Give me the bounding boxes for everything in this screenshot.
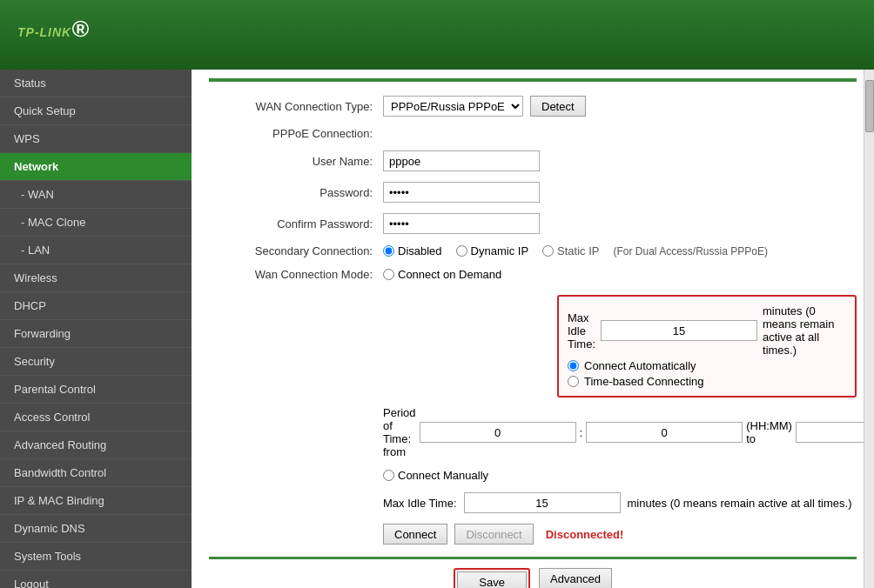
sidebar-item-status[interactable]: Status	[0, 70, 192, 97]
colon1: :	[580, 426, 583, 439]
max-idle-input2[interactable]	[464, 492, 621, 513]
content-area: WAN Connection Type: PPPoE/Russia PPPoE …	[192, 70, 874, 588]
connect-button[interactable]: Connect	[383, 524, 447, 545]
wan-connection-mode-label: Wan Connection Mode:	[209, 268, 383, 281]
period-of-time-row: Period of Time: from : (HH:MM) to : (HH:…	[209, 406, 857, 458]
disabled-option[interactable]: Disabled	[383, 244, 442, 257]
sidebar-item-access-control[interactable]: Access Control	[0, 404, 192, 431]
for-dual-label: (For Dual Access/Russia PPPoE)	[613, 245, 767, 257]
dynamic-ip-option[interactable]: Dynamic IP	[456, 244, 528, 257]
static-ip-option[interactable]: Static IP	[542, 244, 599, 257]
confirm-password-control	[383, 213, 540, 234]
password-control	[383, 182, 540, 203]
time-based-radio[interactable]	[568, 376, 579, 387]
logo-sup: ®	[71, 16, 90, 42]
highlighted-section: Max Idle Time: minutes (0 means remain a…	[383, 291, 857, 401]
password-row: Password:	[209, 182, 857, 203]
wan-connection-type-select[interactable]: PPPoE/Russia PPPoE	[383, 96, 523, 117]
connect-manually-option[interactable]: Connect Manually	[383, 469, 488, 482]
password-label: Password:	[209, 186, 383, 199]
wan-connection-type-label: WAN Connection Type:	[209, 100, 383, 113]
max-idle-row2: Max Idle Time: minutes (0 means remain a…	[209, 492, 857, 513]
confirm-password-input[interactable]	[383, 213, 540, 234]
max-idle-control2: Max Idle Time: minutes (0 means remain a…	[383, 492, 851, 513]
advanced-button[interactable]: Advanced	[539, 568, 612, 588]
bottom-buttons: Save Advanced	[209, 568, 857, 588]
wan-connection-type-row: WAN Connection Type: PPPoE/Russia PPPoE …	[209, 96, 857, 117]
static-ip-label: Static IP	[557, 244, 599, 257]
hhmm-label1: (HH:MM) to	[746, 419, 792, 445]
highlighted-box: Max Idle Time: minutes (0 means remain a…	[557, 295, 857, 398]
sidebar-item-network[interactable]: Network	[0, 153, 192, 181]
sidebar-item-dynamic-dns[interactable]: Dynamic DNS	[0, 515, 192, 543]
connect-automatically-row: Connect Automatically	[568, 359, 846, 372]
pppoe-connection-row: PPPoE Connection:	[209, 127, 857, 140]
sidebar-item-dhcp[interactable]: DHCP	[0, 292, 192, 320]
max-idle-minutes-label: minutes (0 means remain active at all ti…	[763, 304, 846, 357]
disconnected-status: Disconnected!	[546, 528, 624, 541]
sidebar: StatusQuick SetupWPSNetwork- WAN- MAC Cl…	[0, 70, 192, 588]
dynamic-ip-label: Dynamic IP	[471, 244, 528, 257]
to-hh-input[interactable]	[796, 422, 874, 443]
bottom-divider	[209, 557, 857, 559]
from-hh-input[interactable]	[420, 422, 576, 443]
max-idle-row: Max Idle Time: minutes (0 means remain a…	[568, 304, 846, 357]
wan-connection-mode-control: Connect on Demand	[383, 268, 501, 281]
time-based-row: Time-based Connecting	[568, 375, 846, 388]
save-button[interactable]: Save	[457, 571, 527, 588]
save-btn-box: Save	[454, 568, 530, 588]
max-idle-label: Max Idle Time:	[568, 311, 595, 351]
connect-buttons-control: Connect Disconnect Disconnected!	[383, 524, 623, 545]
connect-buttons-row: Connect Disconnect Disconnected!	[209, 524, 857, 545]
username-input[interactable]	[383, 150, 540, 171]
from-mm-input[interactable]	[586, 422, 743, 443]
sidebar-item-logout[interactable]: Logout	[0, 571, 192, 588]
connect-manually-row: Connect Manually	[209, 469, 857, 482]
sidebar-item-system-tools[interactable]: System Tools	[0, 543, 192, 571]
sidebar-item-ip-mac-binding[interactable]: IP & MAC Binding	[0, 487, 192, 515]
logo-text: TP-LINK	[17, 25, 71, 39]
connect-on-demand-radio[interactable]	[383, 269, 394, 280]
top-divider	[209, 78, 857, 82]
sidebar-item-wps[interactable]: WPS	[0, 125, 192, 153]
max-idle-minutes-label2: minutes (0 means remain active at all ti…	[628, 497, 852, 510]
max-idle-input[interactable]	[601, 320, 757, 341]
header: TP-LINK®	[0, 0, 874, 70]
period-label: Period of Time: from	[383, 406, 416, 458]
connect-automatically-label: Connect Automatically	[584, 359, 696, 372]
sidebar-item-bandwidth-control[interactable]: Bandwidth Control	[0, 459, 192, 487]
dynamic-ip-radio[interactable]	[456, 245, 467, 257]
sidebar-item-lan[interactable]: - LAN	[0, 237, 192, 264]
max-idle-label2: Max Idle Time:	[383, 497, 457, 510]
main-container: StatusQuick SetupWPSNetwork- WAN- MAC Cl…	[0, 70, 874, 588]
disabled-radio[interactable]	[383, 245, 394, 257]
connect-manually-radio[interactable]	[383, 470, 394, 481]
sidebar-item-wan[interactable]: - WAN	[0, 181, 192, 209]
wan-connection-mode-row: Wan Connection Mode: Connect on Demand	[209, 268, 857, 281]
disconnect-button[interactable]: Disconnect	[454, 524, 533, 545]
sidebar-item-quick-setup[interactable]: Quick Setup	[0, 97, 192, 125]
confirm-password-row: Confirm Password:	[209, 213, 857, 234]
connect-on-demand-option[interactable]: Connect on Demand	[383, 268, 501, 281]
sidebar-item-security[interactable]: Security	[0, 348, 192, 376]
connect-automatically-radio[interactable]	[568, 360, 579, 371]
scroll-thumb[interactable]	[865, 80, 874, 132]
sidebar-item-advanced-routing[interactable]: Advanced Routing	[0, 431, 192, 459]
detect-button[interactable]: Detect	[530, 96, 586, 117]
sidebar-item-parental-control[interactable]: Parental Control	[0, 376, 192, 404]
connect-manually-control: Connect Manually	[383, 469, 488, 482]
secondary-connection-row: Secondary Connection: Disabled Dynamic I…	[209, 244, 857, 257]
wan-connection-type-control: PPPoE/Russia PPPoE Detect	[383, 96, 586, 117]
connect-manually-label: Connect Manually	[398, 469, 488, 482]
password-input[interactable]	[383, 182, 540, 203]
sidebar-item-mac-clone[interactable]: - MAC Clone	[0, 209, 192, 237]
username-label: User Name:	[209, 155, 383, 168]
static-ip-radio[interactable]	[542, 245, 554, 257]
sidebar-item-wireless[interactable]: Wireless	[0, 264, 192, 292]
connect-on-demand-label: Connect on Demand	[398, 268, 501, 281]
disabled-label: Disabled	[398, 244, 442, 257]
period-of-time-control: Period of Time: from : (HH:MM) to : (HH:…	[383, 406, 874, 458]
secondary-connection-label: Secondary Connection:	[209, 244, 383, 257]
scrollbar[interactable]	[864, 70, 874, 588]
sidebar-item-forwarding[interactable]: Forwarding	[0, 320, 192, 348]
